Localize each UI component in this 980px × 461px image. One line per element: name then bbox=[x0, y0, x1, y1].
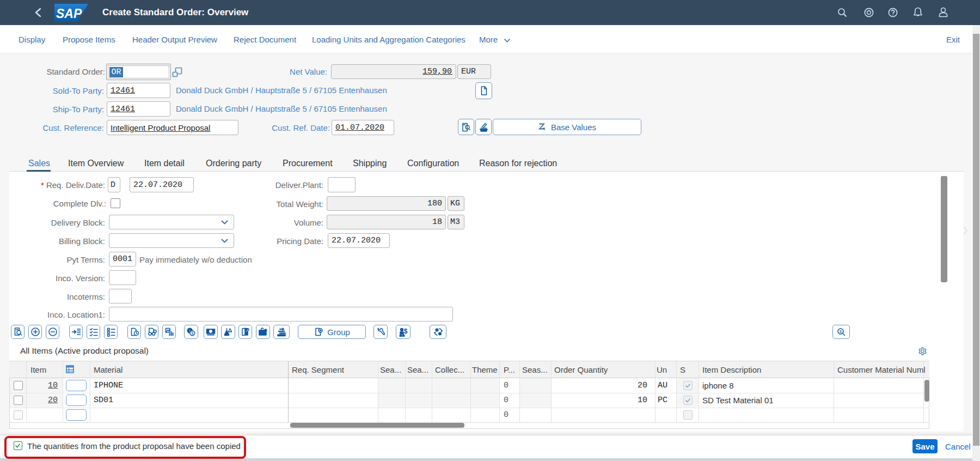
svg-text:$: $ bbox=[403, 327, 407, 335]
svg-text:SAP: SAP bbox=[56, 7, 82, 21]
svg-text:$: $ bbox=[840, 329, 842, 334]
